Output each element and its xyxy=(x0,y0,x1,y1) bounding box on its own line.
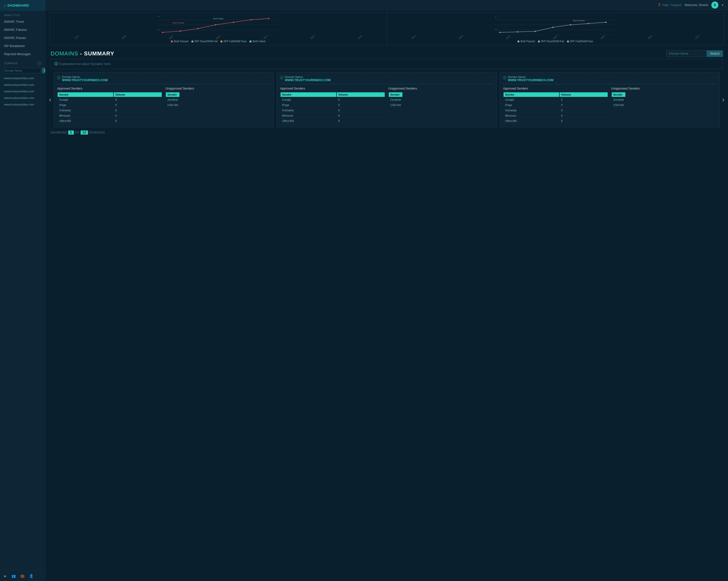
table-row: Mimicast6 xyxy=(503,113,608,118)
page-title: DOMAINS - SUMMARY xyxy=(51,50,114,57)
sidebar-domain-item[interactable]: www.trustyourinbox.com xyxy=(0,75,45,81)
legend-both-passed: Both Passed xyxy=(171,40,188,43)
table-row: USA Net xyxy=(166,103,180,107)
svg-point-27 xyxy=(570,24,571,26)
card-1-unapproved-title: Unapproved Senders xyxy=(165,87,270,90)
chart-1-svg: 0 0 Both Failed Both Passed xyxy=(53,15,384,35)
legend-spf-fail-dkim-pass: SPF Fail/DKIM Pass xyxy=(220,40,246,43)
table-row: Google6 xyxy=(503,97,608,102)
card-2-approved-col: Approved Senders Sender Volume Google6 xyxy=(280,87,385,124)
sidebar-domain-search-input[interactable] xyxy=(2,68,41,73)
carousel-next-button[interactable]: › xyxy=(721,96,726,104)
chart-1-legend: Both Passed SPF Pass/DKIM Fail SPF Fail/… xyxy=(53,40,384,43)
table-row: Zendesk xyxy=(389,97,402,102)
table-row: GoDaddy6 xyxy=(58,108,162,113)
card-3-domain-icon: ⓘ xyxy=(503,76,506,80)
domains-collapse-button[interactable]: − xyxy=(37,61,41,65)
briefcase-icon[interactable]: 💼 xyxy=(20,574,25,578)
sidebar-domain-item[interactable]: www.trustyourinbox.com xyxy=(0,101,45,108)
pagination-area: SHOWING 3 OF 10 DOMAINS xyxy=(46,127,728,138)
card-2-approved-title: Approved Senders xyxy=(280,87,385,90)
avatar[interactable]: D xyxy=(711,1,719,8)
sidebar-domain-item[interactable]: www.trustyourinbox.com xyxy=(0,81,45,88)
card-2-approved-table: Sender Volume Google6 iPage6 GoDaddy6 Mi… xyxy=(280,92,385,124)
card-1-domain-name: WWW.TRUSTYOURINBOX.COM xyxy=(62,78,108,82)
sidebar-domain-search-button[interactable]: Search xyxy=(42,68,46,73)
col-header-sender: Sender xyxy=(281,92,336,97)
svg-point-25 xyxy=(535,31,536,32)
table-row: Google6 xyxy=(281,97,385,102)
card-1-domain-header: ⓘ Domain Name: WWW.TRUSTYOURINBOX.COM xyxy=(57,75,270,84)
sidebar: ⌂ DASHBOARD ANALYTICS DMARC Trend DMARC … xyxy=(0,0,46,581)
svg-text:0: 0 xyxy=(495,16,496,18)
svg-text:Both Passed: Both Passed xyxy=(573,20,584,22)
domain-search-header-input[interactable] xyxy=(666,50,707,57)
domains-section-header: DOMAINS − xyxy=(0,58,45,66)
col-header-volume: Volume xyxy=(560,92,608,97)
table-row: Office3656 xyxy=(503,119,608,123)
info-text: Explanation text about 'Domains' here. xyxy=(59,62,111,66)
help-label: Help / Support xyxy=(662,3,682,7)
top-bar: ❓ Help / Support Welcome, Dinesh D ▼ xyxy=(46,0,728,10)
sidebar-item-dmarc-trend[interactable]: DMARC Trend xyxy=(0,18,45,26)
sidebar-item-dmarc-failures[interactable]: DMARC Failures xyxy=(0,26,45,34)
svg-point-9 xyxy=(198,28,199,29)
users-icon[interactable]: 👥 xyxy=(11,574,16,578)
video-icon[interactable]: ▶ xyxy=(4,574,7,578)
domains-title-colored: DOMAINS xyxy=(51,50,78,57)
col-header-sender: Sender xyxy=(58,92,113,97)
chart-2-x-axis: 01/01/2019 01/02/2019 01/03/2019 01/04/2… xyxy=(390,36,721,39)
sidebar-item-rejected-messages[interactable]: Rejected Messages xyxy=(0,50,45,58)
table-row: Mimicast6 xyxy=(58,113,162,118)
domain-search-header-button[interactable]: Search xyxy=(707,50,723,57)
main-content: ❓ Help / Support Welcome, Dinesh D ▼ 0 0 xyxy=(46,0,728,581)
col-header-sender-u: Sender xyxy=(389,92,402,97)
total-pages: 10 xyxy=(81,130,88,134)
sidebar-bottom-bar: ▶ 👥 💼 👤 xyxy=(0,571,45,581)
svg-point-29 xyxy=(605,22,606,23)
card-3-unapproved-col: Unapproved Senders Sender Zendesk USA Ne xyxy=(611,87,717,124)
card-1-approved-col: Approved Senders Sender Volume Google6 xyxy=(57,87,162,124)
svg-text:Both Passed: Both Passed xyxy=(173,22,184,24)
card-3-unapproved-table: Sender Zendesk USA Net xyxy=(611,92,626,108)
card-3-domain-label: Domain Name: xyxy=(508,75,553,78)
chart-2-svg: 0 0 Both Passed xyxy=(390,15,721,35)
card-1-domain-icon: ⓘ xyxy=(57,76,60,80)
help-support-link[interactable]: ❓ Help / Support xyxy=(657,3,682,7)
domains-summary-header: DOMAINS - SUMMARY Search xyxy=(46,46,728,59)
domains-pagination-label: DOMAINS xyxy=(89,131,105,134)
domain-card-2: ⓘ Domain Name: WWW.TRUSTYOURINBOX.COM Ap… xyxy=(277,72,497,127)
card-2-domain-icon: ⓘ xyxy=(280,76,283,80)
sidebar-domain-item[interactable]: www.trustyourinbox.com xyxy=(0,95,45,101)
analytics-section-label: ANALYTICS xyxy=(0,11,45,18)
card-1-unapproved-col: Unapproved Senders Sender Zendesk USA Ne xyxy=(165,87,270,124)
legend-both-failed: Both Failed xyxy=(250,40,265,43)
card-2-columns: Approved Senders Sender Volume Google6 xyxy=(280,87,493,124)
card-3-domain-header: ⓘ Domain Name: WWW.TRUSTYOURINBOX.COM xyxy=(503,75,717,84)
sidebar-item-dmarc-passes[interactable]: DMARC Passes xyxy=(0,34,45,42)
card-1-approved-title: Approved Senders xyxy=(57,87,162,90)
charts-area: 0 0 Both Failed Both Passed xyxy=(46,10,728,46)
domain-card-1: ⓘ Domain Name: WWW.TRUSTYOURINBOX.COM Ap… xyxy=(54,72,274,127)
card-1-unapproved-table: Sender Zendesk USA Net xyxy=(165,92,180,108)
sidebar-item-isp-breakdown[interactable]: ISP Breakdown xyxy=(0,42,45,50)
sidebar-domain-item[interactable]: www.trustyourinbox.com xyxy=(0,88,45,95)
sidebar-dashboard[interactable]: ⌂ DASHBOARD xyxy=(0,0,45,11)
avatar-chevron-icon[interactable]: ▼ xyxy=(722,4,724,6)
card-2-domain-name: WWW.TRUSTYOURINBOX.COM xyxy=(285,78,331,82)
table-row: Office3656 xyxy=(58,119,162,123)
svg-text:0: 0 xyxy=(495,29,496,31)
info-banner: ⓘ Explanation text about 'Domains' here. xyxy=(51,59,723,69)
user-add-icon[interactable]: 👤 xyxy=(29,574,33,578)
svg-text:0: 0 xyxy=(158,29,159,31)
card-3-approved-title: Approved Senders xyxy=(503,87,608,90)
info-icon: ⓘ xyxy=(54,62,58,66)
welcome-text: Welcome, Dinesh xyxy=(684,3,708,7)
cards-wrapper: ⓘ Domain Name: WWW.TRUSTYOURINBOX.COM Ap… xyxy=(54,72,720,127)
table-row: USA Net xyxy=(612,103,625,107)
help-icon: ❓ xyxy=(657,3,661,7)
carousel-prev-button[interactable]: ‹ xyxy=(48,96,53,104)
table-row: iPage6 xyxy=(281,103,385,107)
svg-point-11 xyxy=(233,22,234,23)
domains-title-plain: - SUMMARY xyxy=(80,50,114,57)
